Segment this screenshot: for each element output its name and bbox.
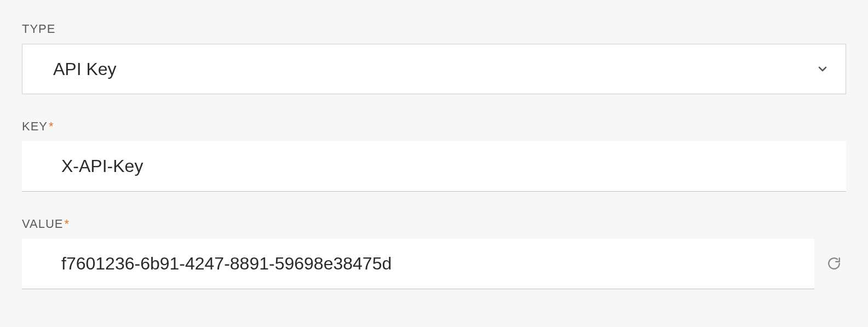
value-row — [22, 239, 846, 289]
key-label-text: KEY — [22, 119, 48, 133]
refresh-icon — [827, 256, 841, 272]
value-label-text: VALUE — [22, 217, 64, 231]
chevron-down-icon — [816, 62, 829, 76]
type-select-value: API Key — [53, 59, 117, 79]
type-label-text: TYPE — [22, 22, 55, 36]
regenerate-button[interactable] — [822, 252, 846, 276]
value-required-marker: * — [65, 217, 70, 231]
key-label: KEY* — [22, 119, 846, 134]
type-label: TYPE — [22, 22, 846, 36]
value-input-wrap — [22, 239, 814, 289]
key-field-group: KEY* — [22, 119, 846, 192]
value-field-group: VALUE* — [22, 217, 846, 289]
value-label: VALUE* — [22, 217, 846, 231]
key-input[interactable] — [61, 156, 807, 176]
key-input-wrap — [22, 141, 846, 192]
type-select[interactable]: API Key — [22, 44, 846, 94]
value-input[interactable] — [61, 254, 775, 274]
key-required-marker: * — [49, 119, 54, 133]
type-field-group: TYPE API Key — [22, 22, 846, 94]
